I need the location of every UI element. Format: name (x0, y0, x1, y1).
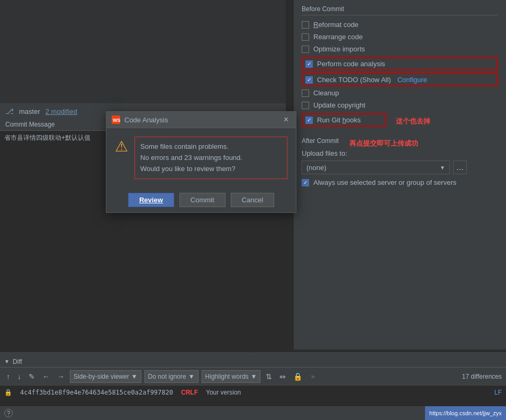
checkbox-row-reformat: Reformat code (302, 21, 498, 29)
viewer-dropdown-arrow: ▼ (131, 373, 138, 380)
warning-icon: ⚠ (115, 138, 128, 179)
help-icon-label: ? (7, 410, 10, 416)
diff-separator: » (311, 372, 314, 380)
modified-badge[interactable]: 2 modified (46, 108, 77, 115)
viewer-dropdown[interactable]: Side-by-side viewer ▼ (70, 370, 141, 383)
review-button[interactable]: Review (128, 193, 174, 207)
after-commit-title: After Commit (302, 137, 339, 147)
branch-name: master (19, 108, 40, 115)
diff-header: ▼ Diff (0, 356, 506, 368)
dialog-body: ⚠ Some files contain problems. No errors… (106, 128, 296, 187)
checkbox-always-use[interactable] (302, 179, 309, 186)
checkbox-update-copyright[interactable] (302, 102, 309, 109)
lock-icon-button[interactable]: 🔒 (291, 371, 304, 382)
dialog-title-row: WS Code Analysis (112, 115, 168, 124)
checkbox-run-git-hooks[interactable] (305, 117, 313, 124)
checkbox-row-update-copyright: Update copyright (302, 101, 498, 109)
checkbox-code-analysis[interactable] (305, 60, 313, 68)
label-optimize: Optimize imports (313, 45, 365, 53)
diff-triangle-icon: ▼ (4, 359, 10, 364)
main-area: ⎇ master 2 modified Commit Message 省市县详情… (0, 0, 506, 420)
branch-icon: ⎇ (5, 107, 14, 115)
dropdown-row: (none) ▼ ... (302, 160, 498, 174)
label-check-todo: Check TODO (Show All) (317, 76, 391, 84)
after-commit-section: After Commit 再点提交即可上传成功 Upload files to:… (302, 137, 498, 186)
highlight-dropdown-label: Highlight words (205, 373, 249, 380)
scroll-down-button[interactable]: ↓ (15, 371, 23, 382)
commit-button[interactable]: Commit (179, 193, 225, 207)
highlight-dropdown[interactable]: Highlight words ▼ (202, 370, 261, 383)
dialog-message-line1: Some files contain problems. (140, 141, 282, 153)
checkbox-reformat[interactable] (302, 21, 309, 29)
checkbox-row-run-git-hooks: Run Git hooks (302, 113, 386, 127)
crlf-badge: CRLF (181, 389, 198, 396)
dialog-message: Some files contain problems. No errors a… (140, 141, 282, 174)
annotation-git-hooks: 这个也去掉 (396, 117, 430, 126)
label-code-analysis: Perform code analysis (317, 60, 385, 68)
annotation-after-commit: 再点提交即可上传成功 (349, 139, 418, 148)
cancel-button[interactable]: Cancel (231, 193, 274, 207)
file-info-bar: 🔒 4c4ff3bd1e8f9e4e764634e5815ce0a2af9978… (0, 386, 506, 399)
checkbox-row-code-analysis: Perform code analysis (302, 57, 498, 70)
checkbox-row-cleanup: Cleanup (302, 89, 498, 97)
checkbox-row-check-todo: Check TODO (Show All) Configure (302, 73, 498, 86)
always-use-row: Always use selected server or group of s… (302, 178, 498, 186)
dialog-header: WS Code Analysis × (106, 112, 296, 128)
dialog-message-line2: No errors and 23 warnings found. (140, 153, 282, 164)
label-always-use: Always use selected server or group of s… (313, 178, 456, 186)
dialog-title: Code Analysis (124, 116, 168, 124)
highlight-dropdown-arrow: ▼ (251, 373, 257, 380)
before-commit-title: Before Commit (302, 5, 498, 15)
viewer-dropdown-label: Side-by-side viewer (74, 373, 129, 380)
nav-back-button[interactable]: ← (40, 371, 52, 382)
nav-forward-button[interactable]: → (55, 371, 67, 382)
ignore-dropdown-label: Do not ignore (148, 373, 186, 380)
diff-title: Diff (13, 358, 22, 365)
ignore-dropdown-arrow: ▼ (188, 373, 195, 380)
label-reformat: Reformat code (313, 21, 358, 29)
ws-icon: WS (112, 115, 120, 124)
dropdown-value: (none) (306, 164, 327, 172)
configure-link[interactable]: Configure (397, 76, 427, 84)
url-overlay: https://blog.csdn.net/jjw_zyx (425, 406, 506, 420)
label-rearrange: Rearrange code (313, 33, 363, 41)
diff-toolbar: ↑ ↓ ✎ ← → Side-by-side viewer ▼ Do not i… (0, 368, 506, 386)
label-run-git-hooks: Run Git hooks (317, 116, 360, 124)
file-lock-icon: 🔒 (4, 389, 12, 396)
scroll-up-button[interactable]: ↑ (4, 371, 12, 382)
svg-text:WS: WS (113, 118, 120, 123)
edit-button[interactable]: ✎ (26, 371, 37, 382)
commit-message-text: 省市县详情四级联动+默认认值 (4, 134, 91, 141)
bottom-bar: ? https://blog.csdn.net/jjw_zyx (0, 406, 506, 420)
right-panel: Before Commit Reformat code Rearrange co… (294, 0, 506, 350)
help-button[interactable]: ? (4, 409, 13, 417)
url-text: https://blog.csdn.net/jjw_zyx (429, 410, 502, 416)
resize-dots: ····· (246, 352, 260, 357)
checkbox-optimize[interactable] (302, 46, 309, 53)
swap-icon-button[interactable]: ⇅ (264, 371, 274, 382)
dialog-footer: Review Commit Cancel (106, 187, 296, 212)
your-version-label: Your version (206, 389, 241, 396)
differences-count-label: 17 differences (462, 373, 502, 380)
label-cleanup: Cleanup (313, 89, 339, 97)
dialog-close-button[interactable]: × (282, 115, 291, 124)
ignore-dropdown[interactable]: Do not ignore ▼ (144, 370, 198, 383)
side-by-side-icon-button[interactable]: ⇔ (277, 371, 288, 382)
dialog-message-line3: Would you like to review them? (140, 164, 282, 175)
file-hash: 4c4ff3bd1e8f9e4e764634e5815ce0a2af997820 (20, 389, 173, 396)
dropdown-arrow-icon: ▼ (440, 165, 445, 171)
checkbox-cleanup[interactable] (302, 90, 309, 97)
dialog-content-box: Some files contain problems. No errors a… (134, 137, 287, 179)
differences-count: 17 differences (462, 373, 502, 380)
code-analysis-dialog: WS Code Analysis × ⚠ Some files contain … (106, 111, 296, 213)
more-button[interactable]: ... (453, 160, 467, 174)
checkbox-check-todo[interactable] (305, 76, 313, 84)
checkbox-rearrange[interactable] (302, 33, 309, 41)
upload-label: Upload files to: (302, 149, 498, 157)
lf-badge: LF (494, 389, 502, 396)
checkbox-row-optimize: Optimize imports (302, 45, 498, 53)
upload-dropdown[interactable]: (none) ▼ (302, 160, 450, 174)
label-update-copyright: Update copyright (313, 101, 365, 109)
checkbox-row-rearrange: Rearrange code (302, 33, 498, 41)
